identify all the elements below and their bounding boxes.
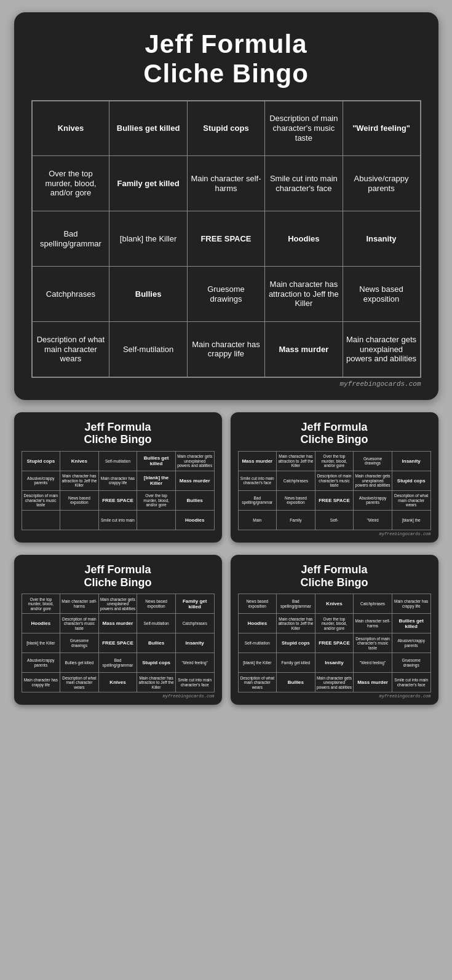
main-cell-1-4: Abusive/crappy parents: [343, 156, 420, 211]
main-cell-0-3: Description of main character's music ta…: [265, 101, 343, 156]
small-4-cell-3-3: "Weird feeling": [354, 653, 392, 673]
small-1-cell-1-0: Abusive/crappy parents: [22, 471, 60, 490]
small-4-cell-2-0: Self-mutilation: [238, 633, 277, 653]
main-cell-0-4: "Weird feeling": [343, 101, 420, 156]
small-bingo-table-4: News based expositionBad spelling/gramma…: [238, 594, 431, 692]
small-4-cell-3-4: Gruesome drawings: [392, 653, 430, 673]
small-2-cell-3-4: [blank] the: [392, 510, 430, 530]
small-3-cell-2-2: FREE SPACE: [98, 633, 137, 653]
main-cell-4-4: Main character gets unexplained powers a…: [343, 322, 420, 377]
small-watermark-2: myfreebingocards.com: [238, 531, 431, 536]
small-4-cell-0-2: Knives: [315, 594, 354, 614]
small-4-cell-0-1: Bad spelling/grammar: [277, 594, 315, 614]
small-1-cell-1-2: Main character has crappy life: [98, 471, 137, 490]
small-card-3: Jeff FormulaCliche Bingo Over the top mu…: [14, 555, 222, 705]
small-4-cell-2-3: Description of main character's music ta…: [354, 633, 392, 653]
main-cell-0-1: Bullies get killed: [109, 101, 187, 156]
small-4-cell-2-2: FREE SPACE: [315, 633, 354, 653]
main-card-title: Jeff FormulaCliche Bingo: [31, 29, 421, 89]
small-2-cell-0-1: Main character has attraction to Jeff th…: [277, 451, 315, 471]
small-1-cell-0-2: Self-mutilation: [98, 451, 137, 471]
small-2-cell-3-2: Self-: [315, 510, 354, 530]
small-card-3-title: Jeff FormulaCliche Bingo: [22, 563, 215, 589]
small-4-cell-3-2: Insanity: [315, 653, 354, 673]
small-cards-row-1: Jeff FormulaCliche Bingo Stupid copsKniv…: [14, 412, 438, 543]
small-1-cell-0-3: Bullies get killed: [137, 451, 176, 471]
small-4-cell-4-1: Bullies: [277, 673, 315, 692]
small-4-cell-1-0: Hoodies: [238, 614, 277, 633]
small-card-4-title: Jeff FormulaCliche Bingo: [238, 563, 431, 589]
small-2-cell-0-0: Mass murder: [238, 451, 277, 471]
main-cell-2-2: FREE SPACE: [187, 211, 264, 267]
small-4-cell-3-1: Family get killed: [277, 653, 315, 673]
small-2-cell-1-2: Description of main character's music ta…: [315, 471, 354, 490]
main-cell-4-3: Mass murder: [265, 322, 343, 377]
small-2-cell-2-2: FREE SPACE: [315, 490, 354, 510]
main-cell-3-2: Gruesome drawings: [187, 267, 264, 322]
small-2-cell-0-2: Over the top murder, blood, and/or gore: [315, 451, 354, 471]
small-3-cell-3-2: Bad spelling/grammar: [98, 653, 137, 673]
small-3-cell-2-1: Gruesome drawings: [60, 633, 99, 653]
small-2-cell-1-1: Catchphrases: [277, 471, 315, 490]
small-2-cell-2-1: News based exposition: [277, 490, 315, 510]
small-4-cell-2-4: Abusive/crappy parents: [392, 633, 430, 653]
small-card-2: Jeff FormulaCliche Bingo Mass murderMain…: [231, 412, 438, 543]
small-3-cell-2-4: Insanity: [175, 633, 214, 653]
small-1-cell-3-4: Hoodies: [175, 510, 214, 530]
small-card-4: Jeff FormulaCliche Bingo News based expo…: [231, 555, 438, 705]
small-cards-row-2: Jeff FormulaCliche Bingo Over the top mu…: [14, 555, 438, 705]
small-1-cell-1-4: Mass murder: [175, 471, 214, 490]
small-3-cell-3-4: "Weird feeling": [175, 653, 214, 673]
small-4-cell-0-3: Catchphrases: [354, 594, 392, 614]
small-1-cell-2-2: FREE SPACE: [98, 490, 137, 510]
small-3-cell-0-0: Over the top murder, blood, and/or gore: [22, 594, 60, 614]
small-4-cell-1-4: Bullies get killed: [392, 614, 430, 633]
small-3-cell-4-4: Smile cut into main character's face: [175, 673, 214, 692]
small-3-cell-1-3: Self-mutilation: [137, 614, 176, 633]
small-1-cell-0-4: Main character gets unexplained powers a…: [175, 451, 214, 471]
small-1-cell-2-1: News based exposition: [60, 490, 99, 510]
main-cell-2-1: [blank] the Killer: [109, 211, 187, 267]
small-4-cell-4-3: Mass murder: [354, 673, 392, 692]
small-1-cell-0-1: Knives: [60, 451, 99, 471]
small-4-cell-4-0: Description of what main character wears: [238, 673, 277, 692]
small-1-cell-3-2: Smile cut into main: [98, 510, 137, 530]
small-2-cell-2-0: Bad spelling/grammar: [238, 490, 277, 510]
main-cell-2-4: Insanity: [343, 211, 420, 267]
small-3-cell-2-3: Bullies: [137, 633, 176, 653]
main-cell-0-0: Knives: [32, 101, 109, 156]
small-1-cell-3-0: [22, 510, 60, 530]
small-3-cell-1-1: Description of main character's music ta…: [60, 614, 99, 633]
main-cell-3-4: News based exposition: [343, 267, 420, 322]
small-4-cell-2-1: Stupid cops: [277, 633, 315, 653]
small-4-cell-1-3: Main character self-harms: [354, 614, 392, 633]
main-cell-1-0: Over the top murder, blood, and/or gore: [32, 156, 109, 211]
small-3-cell-1-0: Hoodies: [22, 614, 60, 633]
small-1-cell-3-3: [137, 510, 176, 530]
small-3-cell-1-4: Catchphrases: [175, 614, 214, 633]
small-1-cell-3-1: [60, 510, 99, 530]
small-1-cell-2-4: Bullies: [175, 490, 214, 510]
small-3-cell-3-0: Abusive/crappy parents: [22, 653, 60, 673]
small-4-cell-4-2: Main character gets unexplained powers a…: [315, 673, 354, 692]
small-bingo-table-1: Stupid copsKnivesSelf-mutilationBullies …: [22, 451, 215, 530]
main-cell-4-1: Self-mutilation: [109, 322, 187, 377]
main-cell-3-0: Catchphrases: [32, 267, 109, 322]
main-cell-4-0: Description of what main character wears: [32, 322, 109, 377]
small-2-cell-1-4: Stupid cops: [392, 471, 430, 490]
main-cell-3-1: Bullies: [109, 267, 187, 322]
small-3-cell-3-1: Bullies get killed: [60, 653, 99, 673]
main-bingo-card: Jeff FormulaCliche Bingo KnivesBullies g…: [14, 12, 438, 400]
main-cell-1-3: Smile cut into main character's face: [265, 156, 343, 211]
main-watermark: myfreebingocards.com: [31, 380, 421, 388]
small-3-cell-1-2: Mass murder: [98, 614, 137, 633]
small-2-cell-3-1: Family: [277, 510, 315, 530]
small-1-cell-2-0: Description of main character's music ta…: [22, 490, 60, 510]
main-cell-1-1: Family get killed: [109, 156, 187, 211]
small-4-cell-1-2: Over the top murder, blood, and/or gore: [315, 614, 354, 633]
main-cell-1-2: Main character self-harms: [187, 156, 264, 211]
small-3-cell-0-3: News based exposition: [137, 594, 176, 614]
small-2-cell-0-4: Insanity: [392, 451, 430, 471]
small-4-cell-4-4: Smile cut into main character's face: [392, 673, 430, 692]
small-bingo-table-2: Mass murderMain character has attraction…: [238, 451, 431, 530]
